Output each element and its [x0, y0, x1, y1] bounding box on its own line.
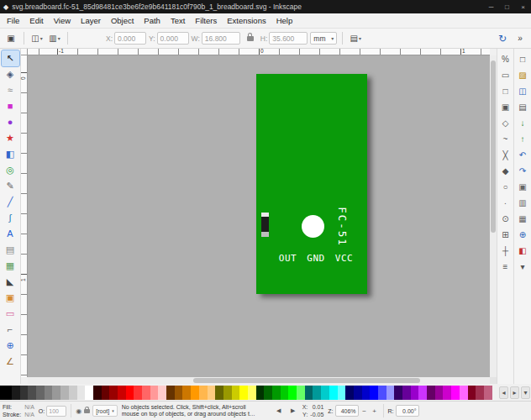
palette-swatch[interactable] [460, 386, 468, 400]
spiral-tool[interactable]: ◎ [2, 162, 19, 178]
fill-stroke-indicator[interactable]: Fill: N/A Stroke: N/A [3, 403, 34, 418]
menu-text[interactable]: Text [166, 14, 190, 27]
zoom-input[interactable]: 406% [335, 405, 359, 417]
palette-swatch[interactable] [118, 386, 126, 400]
palette-swatch[interactable] [378, 386, 386, 400]
palette-swatch[interactable] [77, 386, 86, 400]
zoom-page[interactable]: ⊕ [516, 227, 530, 243]
palette-swatch[interactable] [166, 386, 175, 400]
snap-cusp-nodes[interactable]: ◆ [498, 163, 513, 179]
tweak-tool[interactable]: ≈ [2, 82, 19, 98]
palette-swatch[interactable] [93, 386, 102, 400]
palette-swatch[interactable] [329, 386, 338, 400]
palette-swatch[interactable] [85, 386, 93, 400]
vertical-ruler[interactable]: 0 1 [21, 55, 28, 377]
copy[interactable]: ▣ [516, 179, 530, 195]
scroll-right-button[interactable]: ▶ [288, 405, 298, 417]
connector-tool[interactable]: ⌐ [2, 322, 19, 338]
palette-swatch[interactable] [411, 386, 419, 400]
menu-layer[interactable]: Layer [76, 14, 106, 27]
palette-swatch[interactable] [232, 386, 240, 400]
palette-swatch[interactable] [60, 386, 69, 400]
palette-swatch[interactable] [134, 386, 142, 400]
palette-swatch[interactable] [451, 386, 460, 400]
fill-stroke-dialog[interactable]: ◧ [516, 243, 530, 259]
palette-swatch[interactable] [418, 386, 427, 400]
vertical-scrollbar[interactable] [490, 55, 497, 377]
zoom-out-button[interactable]: − [360, 405, 369, 417]
menu-filters[interactable]: Filters [190, 14, 222, 27]
opacity-input[interactable]: 100 [46, 406, 66, 417]
palette-swatch[interactable] [248, 386, 256, 400]
palette-swatch[interactable] [12, 386, 20, 400]
palette-swatch[interactable] [175, 386, 183, 400]
palette-swatch[interactable] [281, 386, 289, 400]
palette-swatch[interactable] [69, 386, 77, 400]
export-image[interactable]: ↑ [516, 131, 530, 147]
palette-swatch[interactable] [435, 386, 444, 400]
pencil-tool[interactable]: ✎ [2, 178, 19, 194]
gradient-tool[interactable]: ▤ [2, 242, 19, 258]
snap-midpoints[interactable]: ∙ [498, 195, 513, 211]
node-tool[interactable]: ◈ [2, 66, 19, 82]
palette-swatch[interactable] [354, 386, 362, 400]
layer-select[interactable]: [root] ▾ [92, 405, 117, 417]
pcb-model-label[interactable]: FC-51 [336, 197, 348, 256]
palette-swatch[interactable] [288, 386, 297, 400]
star-tool[interactable]: ★ [2, 130, 19, 146]
horizontal-scrollbar[interactable] [28, 377, 490, 384]
palette-menu-button[interactable]: ▾ [521, 386, 530, 399]
pcb-component[interactable] [261, 213, 269, 237]
mesh-tool[interactable]: ▦ [2, 258, 19, 274]
palette-swatch[interactable] [305, 386, 313, 400]
horizontal-ruler[interactable]: -1 0 1 [28, 49, 490, 55]
undo[interactable]: ↶ [516, 147, 530, 163]
palette-swatch[interactable] [28, 386, 36, 400]
palette-swatch[interactable] [239, 386, 248, 400]
pcb-sensor-circle[interactable] [302, 215, 324, 238]
units-dropdown[interactable]: mm ▾ [310, 32, 337, 45]
palette-swatch[interactable] [321, 386, 329, 400]
palette-swatch[interactable] [272, 386, 281, 400]
snap-bbox-edges[interactable]: □ [498, 83, 513, 99]
pcb-pin-labels[interactable]: OUT GND VCC [256, 253, 367, 264]
print-document[interactable]: ▤ [516, 99, 530, 115]
box3d-tool[interactable]: ◧ [2, 146, 19, 162]
palette-swatch[interactable] [126, 386, 134, 400]
palette-scroll-right-button[interactable]: ▸ [510, 386, 519, 399]
eraser-tool[interactable]: ▭ [2, 306, 19, 322]
width-input[interactable]: 16.800 [202, 32, 240, 45]
palette-swatch[interactable] [20, 386, 29, 400]
scale-options-dropdown[interactable]: ▤ ▾ [348, 31, 363, 46]
palette-swatch[interactable] [338, 386, 346, 400]
menu-edit[interactable]: Edit [24, 14, 48, 27]
text-tool[interactable]: A [2, 226, 19, 242]
x-input[interactable]: 0.000 [114, 32, 146, 45]
palette-swatch[interactable] [36, 386, 45, 400]
palette-swatch[interactable] [362, 386, 371, 400]
palette-swatch[interactable] [102, 386, 110, 400]
snap-toggle[interactable]: % [498, 51, 513, 67]
snap-nodes[interactable]: ◇ [498, 115, 513, 131]
transform-actions-dropdown[interactable]: ▥ ▾ [47, 31, 62, 46]
rotation-input[interactable]: 0.00° [396, 405, 419, 417]
height-input[interactable]: 35.600 [269, 32, 308, 45]
snap-smooth-nodes[interactable]: ○ [498, 179, 513, 195]
y-input[interactable]: 0.000 [157, 32, 189, 45]
palette-swatch[interactable] [370, 386, 378, 400]
palette-swatch[interactable] [182, 386, 191, 400]
close-button[interactable]: × [515, 0, 531, 13]
palette-swatch[interactable] [150, 386, 159, 400]
palette-swatch[interactable] [386, 386, 395, 400]
layer-visibility-icon[interactable]: ◉ [76, 407, 81, 415]
selection-actions-dropdown[interactable]: ◫ ▾ [29, 31, 45, 46]
new-document[interactable]: □ [516, 51, 530, 67]
menu-file[interactable]: File [2, 14, 24, 27]
palette-swatch[interactable] [109, 386, 118, 400]
palette-swatch[interactable] [191, 386, 199, 400]
palette-swatch[interactable] [158, 386, 166, 400]
refresh-icon[interactable]: ↻ [495, 31, 510, 46]
palette-swatch[interactable] [223, 386, 232, 400]
redo[interactable]: ↷ [516, 163, 530, 179]
canvas[interactable]: FC-51 OUT GND VCC [28, 55, 490, 377]
